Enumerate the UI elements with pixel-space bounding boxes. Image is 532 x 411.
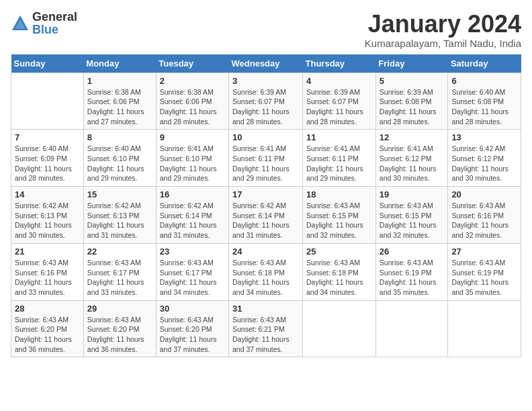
day-number: 4 <box>306 76 372 86</box>
day-number: 15 <box>87 189 152 199</box>
day-info: Sunrise: 6:43 AMSunset: 6:21 PMDaylight:… <box>232 315 299 355</box>
page-header: General Blue January 2024 Kumarapalayam,… <box>11 11 521 49</box>
header-monday: Monday <box>83 54 156 73</box>
day-info: Sunrise: 6:39 AMSunset: 6:07 PMDaylight:… <box>232 87 299 127</box>
calendar-row-1: 1 Sunrise: 6:38 AMSunset: 6:06 PMDayligh… <box>11 73 521 130</box>
day-number: 9 <box>160 132 225 142</box>
header-tuesday: Tuesday <box>156 54 228 73</box>
day-info: Sunrise: 6:41 AMSunset: 6:12 PMDaylight:… <box>380 144 445 183</box>
logo-icon <box>11 14 30 33</box>
day-number: 10 <box>232 132 299 142</box>
day-info: Sunrise: 6:42 AMSunset: 6:14 PMDaylight:… <box>160 201 225 240</box>
day-info: Sunrise: 6:41 AMSunset: 6:11 PMDaylight:… <box>232 144 299 183</box>
day-info: Sunrise: 6:43 AMSunset: 6:17 PMDaylight:… <box>160 258 225 298</box>
day-number: 29 <box>87 304 152 314</box>
day-number: 14 <box>15 189 80 199</box>
calendar-cell: 17 Sunrise: 6:42 AMSunset: 6:14 PMDaylig… <box>229 187 303 244</box>
day-number: 1 <box>87 76 152 86</box>
day-number: 3 <box>232 76 299 86</box>
day-number: 31 <box>232 304 299 314</box>
calendar-table: Sunday Monday Tuesday Wednesday Thursday… <box>11 54 521 358</box>
calendar-cell: 6 Sunrise: 6:40 AMSunset: 6:08 PMDayligh… <box>448 73 521 130</box>
day-number: 2 <box>160 76 225 86</box>
calendar-cell: 11 Sunrise: 6:41 AMSunset: 6:11 PMDaylig… <box>303 130 376 187</box>
day-number: 28 <box>15 304 80 314</box>
calendar-cell: 14 Sunrise: 6:42 AMSunset: 6:13 PMDaylig… <box>11 187 84 244</box>
day-number: 18 <box>306 189 372 199</box>
calendar-row-5: 28 Sunrise: 6:43 AMSunset: 6:20 PMDaylig… <box>11 300 521 357</box>
header-sunday: Sunday <box>11 54 84 73</box>
calendar-row-2: 7 Sunrise: 6:40 AMSunset: 6:09 PMDayligh… <box>11 130 521 187</box>
calendar-cell: 21 Sunrise: 6:43 AMSunset: 6:16 PMDaylig… <box>11 243 84 300</box>
calendar-cell: 25 Sunrise: 6:43 AMSunset: 6:18 PMDaylig… <box>303 243 376 300</box>
calendar-cell: 13 Sunrise: 6:42 AMSunset: 6:12 PMDaylig… <box>448 130 521 187</box>
calendar-cell: 29 Sunrise: 6:43 AMSunset: 6:20 PMDaylig… <box>83 300 156 357</box>
day-info: Sunrise: 6:43 AMSunset: 6:19 PMDaylight:… <box>451 258 517 298</box>
calendar-cell: 12 Sunrise: 6:41 AMSunset: 6:12 PMDaylig… <box>375 130 448 187</box>
day-info: Sunrise: 6:43 AMSunset: 6:20 PMDaylight:… <box>15 315 80 355</box>
day-info: Sunrise: 6:43 AMSunset: 6:18 PMDaylight:… <box>232 258 299 298</box>
day-info: Sunrise: 6:43 AMSunset: 6:15 PMDaylight:… <box>306 201 372 240</box>
calendar-cell: 8 Sunrise: 6:40 AMSunset: 6:10 PMDayligh… <box>83 130 156 187</box>
day-number: 27 <box>451 246 517 257</box>
calendar-cell <box>11 73 84 130</box>
logo: General Blue <box>11 11 77 36</box>
day-number: 8 <box>87 132 152 142</box>
location-title: Kumarapalayam, Tamil Nadu, India <box>365 38 521 49</box>
day-number: 17 <box>232 189 299 199</box>
day-number: 5 <box>380 76 445 86</box>
day-info: Sunrise: 6:43 AMSunset: 6:17 PMDaylight:… <box>87 258 152 298</box>
day-number: 6 <box>451 76 517 86</box>
day-info: Sunrise: 6:38 AMSunset: 6:06 PMDaylight:… <box>87 87 152 127</box>
calendar-cell: 26 Sunrise: 6:43 AMSunset: 6:19 PMDaylig… <box>375 243 448 300</box>
day-info: Sunrise: 6:43 AMSunset: 6:19 PMDaylight:… <box>380 258 445 298</box>
calendar-cell <box>303 300 376 357</box>
calendar-row-3: 14 Sunrise: 6:42 AMSunset: 6:13 PMDaylig… <box>11 187 521 244</box>
calendar-cell: 2 Sunrise: 6:38 AMSunset: 6:06 PMDayligh… <box>156 73 228 130</box>
day-info: Sunrise: 6:43 AMSunset: 6:16 PMDaylight:… <box>451 201 517 240</box>
day-number: 20 <box>451 189 517 199</box>
day-info: Sunrise: 6:43 AMSunset: 6:20 PMDaylight:… <box>160 315 225 355</box>
calendar-header-row: Sunday Monday Tuesday Wednesday Thursday… <box>11 54 521 73</box>
day-number: 30 <box>160 304 225 314</box>
day-info: Sunrise: 6:38 AMSunset: 6:06 PMDaylight:… <box>160 87 225 127</box>
day-number: 19 <box>380 189 445 199</box>
day-number: 11 <box>306 132 372 142</box>
calendar-cell: 23 Sunrise: 6:43 AMSunset: 6:17 PMDaylig… <box>156 243 228 300</box>
calendar-cell: 20 Sunrise: 6:43 AMSunset: 6:16 PMDaylig… <box>448 187 521 244</box>
day-info: Sunrise: 6:39 AMSunset: 6:08 PMDaylight:… <box>380 87 445 127</box>
calendar-cell: 18 Sunrise: 6:43 AMSunset: 6:15 PMDaylig… <box>303 187 376 244</box>
day-info: Sunrise: 6:40 AMSunset: 6:09 PMDaylight:… <box>15 144 80 183</box>
day-info: Sunrise: 6:40 AMSunset: 6:10 PMDaylight:… <box>87 144 152 183</box>
day-info: Sunrise: 6:43 AMSunset: 6:16 PMDaylight:… <box>15 258 80 298</box>
calendar-cell: 4 Sunrise: 6:39 AMSunset: 6:07 PMDayligh… <box>303 73 376 130</box>
calendar-cell: 9 Sunrise: 6:41 AMSunset: 6:10 PMDayligh… <box>156 130 228 187</box>
header-thursday: Thursday <box>303 54 376 73</box>
month-title: January 2024 <box>365 11 521 38</box>
header-saturday: Saturday <box>448 54 521 73</box>
day-info: Sunrise: 6:42 AMSunset: 6:13 PMDaylight:… <box>15 201 80 240</box>
day-info: Sunrise: 6:41 AMSunset: 6:10 PMDaylight:… <box>160 144 225 183</box>
day-number: 13 <box>451 132 517 142</box>
calendar-cell: 31 Sunrise: 6:43 AMSunset: 6:21 PMDaylig… <box>229 300 303 357</box>
header-wednesday: Wednesday <box>229 54 303 73</box>
day-number: 23 <box>160 246 225 257</box>
calendar-cell <box>448 300 521 357</box>
day-info: Sunrise: 6:43 AMSunset: 6:15 PMDaylight:… <box>380 201 445 240</box>
calendar-cell: 16 Sunrise: 6:42 AMSunset: 6:14 PMDaylig… <box>156 187 228 244</box>
day-info: Sunrise: 6:43 AMSunset: 6:18 PMDaylight:… <box>306 258 372 298</box>
calendar-cell: 28 Sunrise: 6:43 AMSunset: 6:20 PMDaylig… <box>11 300 84 357</box>
calendar-row-4: 21 Sunrise: 6:43 AMSunset: 6:16 PMDaylig… <box>11 243 521 300</box>
logo-text-blue: Blue <box>32 23 58 36</box>
day-info: Sunrise: 6:42 AMSunset: 6:13 PMDaylight:… <box>87 201 152 240</box>
calendar-cell: 1 Sunrise: 6:38 AMSunset: 6:06 PMDayligh… <box>83 73 156 130</box>
header-friday: Friday <box>375 54 448 73</box>
day-info: Sunrise: 6:43 AMSunset: 6:20 PMDaylight:… <box>87 315 152 355</box>
calendar-cell: 15 Sunrise: 6:42 AMSunset: 6:13 PMDaylig… <box>83 187 156 244</box>
day-number: 7 <box>15 132 80 142</box>
day-number: 16 <box>160 189 225 199</box>
calendar-cell: 24 Sunrise: 6:43 AMSunset: 6:18 PMDaylig… <box>229 243 303 300</box>
day-info: Sunrise: 6:42 AMSunset: 6:14 PMDaylight:… <box>232 201 299 240</box>
logo-text-general: General <box>32 10 77 24</box>
day-number: 12 <box>380 132 445 142</box>
